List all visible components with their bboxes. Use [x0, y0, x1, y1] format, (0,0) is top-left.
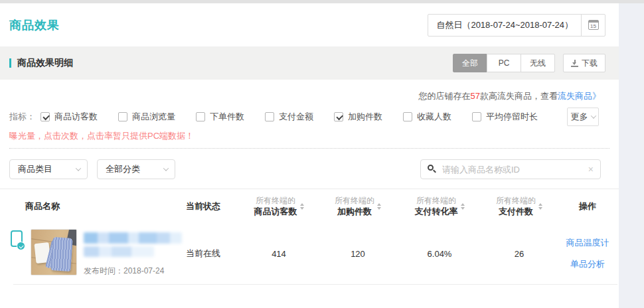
publish-time: 发布时间：2018-07-24: [84, 266, 182, 277]
metric-selector-row: 指标： 商品访客数 商品浏览量 下单件数 支付金额 加购件数: [0, 108, 619, 126]
checkbox-checked-icon[interactable]: [40, 112, 50, 121]
blurred-product-name-line1: [84, 232, 182, 244]
metric-favorites[interactable]: 收藏人数: [403, 111, 451, 123]
metric-payment-amount[interactable]: 支付金额: [265, 111, 313, 123]
metrics-label: 指标：: [9, 111, 35, 123]
row-cart-value: 120: [319, 249, 397, 259]
chevron-down-icon: [163, 165, 169, 171]
dotted-divider: [9, 148, 609, 149]
churn-count: 57: [471, 91, 480, 101]
product-effect-page: 商品效果 自然日（2018-07-24~2018-07-24） 15 商品效果明…: [0, 0, 644, 308]
section-accent-bar: [9, 58, 11, 68]
search-icon: [428, 165, 437, 174]
sort-icon[interactable]: [461, 203, 465, 210]
row-visitors-value: 414: [239, 249, 319, 259]
notice-middle: 款高流失商品，查看: [480, 91, 558, 101]
search-input[interactable]: [442, 165, 588, 175]
subcategory-select[interactable]: 全部分类: [97, 159, 175, 179]
calendar-button[interactable]: 15: [581, 15, 605, 36]
date-range-picker[interactable]: 自然日（2018-07-24~2018-07-24） 15: [428, 14, 605, 37]
metric-order-items[interactable]: 下单件数: [196, 111, 244, 123]
row-divider: [13, 284, 617, 285]
product-thermometer-link[interactable]: 商品温度计: [566, 237, 609, 249]
date-range-value: 自然日（2018-07-24~2018-07-24）: [428, 15, 581, 36]
metric-product-views[interactable]: 商品浏览量: [118, 111, 175, 123]
download-icon: [571, 60, 578, 67]
clear-icon[interactable]: ×: [588, 164, 594, 175]
sort-icon[interactable]: [538, 203, 542, 210]
row-paid-value: 26: [482, 249, 556, 259]
row-conversion-value: 6.04%: [397, 249, 482, 259]
tab-all[interactable]: 全部: [453, 54, 487, 72]
download-label: 下载: [582, 58, 598, 69]
more-label: 更多: [571, 111, 588, 123]
calendar-day-number: 15: [589, 23, 598, 30]
col-header-visitors-sort[interactable]: 所有终端的 商品访客数: [254, 195, 304, 217]
section-title: 商品效果明细: [17, 57, 73, 69]
checkbox-icon[interactable]: [265, 112, 274, 121]
chevron-down-icon: [590, 113, 596, 118]
col-header-action: 操作: [556, 200, 619, 212]
churn-products-link[interactable]: 流失商品》: [558, 91, 601, 101]
chevron-down-icon: [76, 165, 81, 171]
col-header-conversion-sort[interactable]: 所有终端的 支付转化率: [415, 195, 465, 217]
category-select[interactable]: 商品类目: [9, 159, 88, 179]
sort-icon[interactable]: [377, 203, 381, 210]
calendar-icon: 15: [588, 20, 599, 30]
blurred-product-name-line2: [84, 246, 154, 257]
single-item-analysis-link[interactable]: 单品分析: [570, 258, 605, 270]
filter-row: 商品类目 全部分类 ×: [0, 159, 619, 179]
table-row: 发布时间：2018-07-24 当前在线 414 120 6.04% 26 商品…: [0, 223, 619, 284]
terminal-tab-group: 全部 PC 无线: [453, 54, 555, 72]
metric-avg-stay-time[interactable]: 平均停留时长: [472, 111, 538, 123]
more-metrics-button[interactable]: 更多: [567, 108, 599, 126]
pc-data-note: 曝光量，点击次数，点击率暂只提供PC端数据！: [0, 130, 619, 142]
category-select-value: 商品类目: [18, 163, 52, 175]
section-band: 商品效果明细 全部 PC 无线 下载: [0, 46, 619, 80]
col-header-status: 当前状态: [179, 200, 239, 212]
col-header-product-name: 商品名称: [11, 200, 179, 212]
page-header: 商品效果 自然日（2018-07-24~2018-07-24） 15: [0, 3, 619, 46]
col-header-cart-sort[interactable]: 所有终端的 加购件数: [335, 195, 381, 217]
row-status: 当前在线: [179, 248, 239, 260]
page-title: 商品效果: [9, 17, 60, 33]
checkbox-icon[interactable]: [403, 112, 412, 121]
product-name-block[interactable]: 发布时间：2018-07-24: [84, 229, 182, 277]
checkbox-icon[interactable]: [472, 112, 481, 121]
tab-pc[interactable]: PC: [487, 54, 521, 72]
product-thumbnail[interactable]: [31, 229, 77, 275]
product-table: 商品名称 当前状态 所有终端的 商品访客数 所有终端的: [0, 189, 619, 285]
checkbox-icon[interactable]: [196, 112, 205, 121]
download-button[interactable]: 下载: [563, 54, 605, 72]
sort-icon[interactable]: [300, 203, 304, 210]
metric-cart-items[interactable]: 加购件数: [334, 111, 382, 123]
table-header-row: 商品名称 当前状态 所有终端的 商品访客数 所有终端的: [0, 189, 619, 223]
notice-prefix: 您的店铺存在: [419, 91, 471, 101]
product-search-box[interactable]: ×: [420, 159, 601, 179]
tab-wireless[interactable]: 无线: [521, 54, 555, 72]
col-header-paid-sort[interactable]: 所有终端的 支付件数: [496, 195, 542, 217]
checkbox-icon[interactable]: [118, 112, 127, 121]
subcategory-select-value: 全部分类: [106, 163, 140, 175]
metric-product-visitors[interactable]: 商品访客数: [40, 111, 98, 123]
churn-notice: 您的店铺存在57款高流失商品，查看流失商品》: [0, 90, 619, 102]
mobile-online-icon: [11, 230, 27, 252]
checkbox-checked-icon[interactable]: [334, 112, 343, 121]
page-background-strip: [619, 3, 644, 308]
